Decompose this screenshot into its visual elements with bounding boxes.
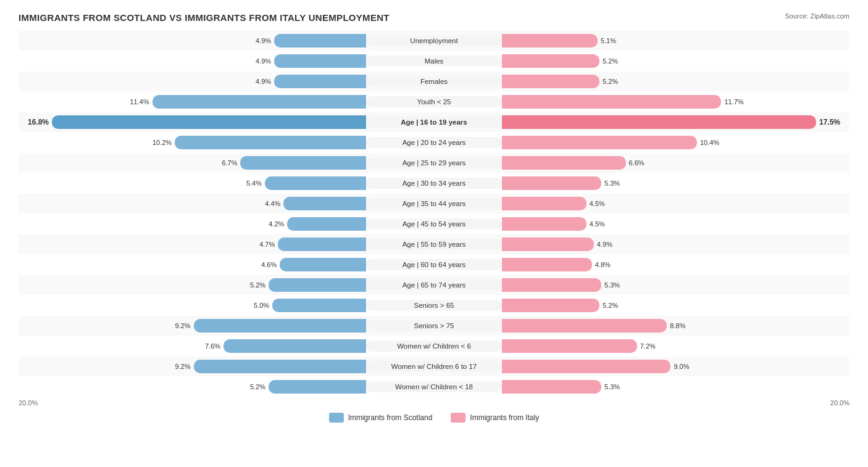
right-section-7: 5.3% [502, 175, 847, 192]
bar-pink-3 [502, 95, 721, 109]
left-section-16: 9.2% [21, 358, 366, 375]
bar-value-right-2: 5.2% [603, 78, 618, 85]
left-section-5: 10.2% [21, 134, 366, 151]
center-label-6: Age | 25 to 29 years [366, 157, 502, 168]
bar-value-right-15: 7.2% [640, 342, 656, 350]
left-section-12: 5.2% [21, 276, 366, 294]
bar-value-left-11: 4.6% [261, 261, 277, 268]
bar-value-right-8: 4.5% [590, 200, 605, 207]
bar-row-5: 10.2%Age | 20 to 24 years10.4% [19, 133, 849, 152]
left-section-11: 4.6% [21, 256, 366, 273]
left-section-4: 16.8% [21, 114, 366, 131]
bar-pink-15 [502, 339, 637, 353]
bar-row-3: 11.4%Youth < 2511.7% [19, 92, 849, 112]
center-label-17: Women w/ Children < 18 [366, 381, 502, 392]
right-section-4: 17.5% [502, 114, 847, 131]
bar-value-right-12: 5.3% [604, 281, 620, 289]
center-label-7: Age | 30 to 34 years [366, 178, 502, 189]
bar-pink-16 [502, 360, 670, 373]
center-label-15: Women w/ Children < 6 [366, 341, 502, 352]
bar-blue-5 [175, 136, 366, 149]
right-section-11: 4.8% [502, 256, 847, 273]
center-label-12: Age | 65 to 74 years [366, 279, 502, 291]
bar-value-left-10: 4.7% [259, 241, 275, 248]
bar-blue-4 [52, 115, 366, 129]
axis-right: 20.0% [830, 399, 849, 407]
bar-value-right-0: 5.1% [601, 37, 616, 44]
bar-blue-7 [265, 176, 366, 190]
center-label-8: Age | 35 to 44 years [366, 198, 502, 209]
center-label-16: Women w/ Children 6 to 17 [366, 361, 502, 372]
bar-value-left-3: 11.4% [130, 98, 149, 105]
legend-item-blue: Immigrants from Scotland [329, 413, 433, 423]
bar-value-right-9: 4.5% [590, 220, 605, 228]
bar-value-right-1: 5.2% [603, 57, 618, 65]
bar-row-9: 4.2%Age | 45 to 54 years4.5% [19, 214, 849, 234]
bar-pink-0 [502, 34, 598, 48]
bar-value-left-17: 5.2% [250, 383, 265, 391]
left-section-7: 5.4% [21, 175, 366, 192]
legend-swatch-blue [329, 413, 344, 423]
bar-value-left-4: 16.8% [28, 118, 49, 126]
left-section-6: 6.7% [21, 154, 366, 172]
bar-row-14: 9.2%Seniors > 758.8% [19, 316, 849, 336]
bar-row-2: 4.9%Females5.2% [19, 72, 849, 91]
bar-blue-2 [274, 75, 366, 88]
bar-row-8: 4.4%Age | 35 to 44 years4.5% [19, 194, 849, 213]
bar-value-right-4: 17.5% [819, 118, 840, 126]
bar-blue-9 [287, 217, 366, 231]
bar-row-12: 5.2%Age | 65 to 74 years5.3% [19, 275, 849, 295]
left-section-2: 4.9% [21, 73, 366, 90]
right-section-12: 5.3% [502, 276, 847, 294]
right-section-16: 9.0% [502, 358, 847, 375]
bar-pink-5 [502, 136, 697, 149]
bar-value-right-16: 9.0% [674, 363, 689, 370]
bar-row-7: 5.4%Age | 30 to 34 years5.3% [19, 173, 849, 193]
center-label-2: Females [366, 76, 502, 87]
left-section-14: 9.2% [21, 317, 366, 334]
center-label-3: Youth < 25 [366, 96, 502, 107]
bar-value-left-9: 4.2% [269, 220, 284, 228]
bar-blue-16 [194, 360, 367, 373]
bar-row-17: 5.2%Women w/ Children < 185.3% [19, 377, 849, 397]
right-section-5: 10.4% [502, 134, 847, 151]
bar-blue-11 [280, 258, 366, 271]
right-section-2: 5.2% [502, 73, 847, 90]
bar-row-6: 6.7%Age | 25 to 29 years6.6% [19, 153, 849, 173]
bar-value-right-14: 8.8% [670, 322, 685, 329]
bar-row-13: 5.0%Seniors > 655.2% [19, 295, 849, 315]
left-section-1: 4.9% [21, 52, 366, 70]
legend: Immigrants from Scotland Immigrants from… [19, 413, 849, 423]
right-section-9: 4.5% [502, 215, 847, 233]
right-section-3: 11.7% [502, 93, 847, 110]
center-label-13: Seniors > 65 [366, 300, 502, 311]
bar-row-0: 4.9%Unemployment5.1% [19, 31, 849, 51]
center-label-0: Unemployment [366, 35, 502, 46]
legend-label-pink: Immigrants from Italy [470, 413, 539, 422]
right-section-15: 7.2% [502, 337, 847, 355]
bar-value-left-8: 4.4% [265, 200, 280, 207]
bar-value-right-17: 5.3% [604, 383, 620, 391]
right-section-13: 5.2% [502, 297, 847, 314]
source-text: Source: ZipAtlas.com [785, 12, 849, 20]
bar-value-right-7: 5.3% [604, 180, 620, 187]
bar-blue-13 [272, 299, 366, 312]
bar-pink-11 [502, 258, 592, 271]
bar-pink-1 [502, 54, 599, 68]
axis-labels: 20.0% 20.0% [19, 399, 849, 407]
right-section-8: 4.5% [502, 195, 847, 212]
bar-row-16: 9.2%Women w/ Children 6 to 179.0% [19, 357, 849, 376]
bar-row-4: 16.8%Age | 16 to 19 years17.5% [19, 112, 849, 132]
bar-blue-3 [152, 95, 366, 109]
bar-value-left-7: 5.4% [246, 180, 262, 187]
bar-value-left-15: 7.6% [205, 342, 220, 350]
bar-blue-12 [269, 278, 366, 292]
bar-pink-9 [502, 217, 586, 231]
right-section-6: 6.6% [502, 154, 847, 172]
bar-blue-14 [194, 319, 367, 333]
right-section-17: 5.3% [502, 378, 847, 395]
left-section-8: 4.4% [21, 195, 366, 212]
bar-pink-14 [502, 319, 667, 333]
left-section-3: 11.4% [21, 93, 366, 110]
bar-value-right-5: 10.4% [700, 139, 719, 146]
